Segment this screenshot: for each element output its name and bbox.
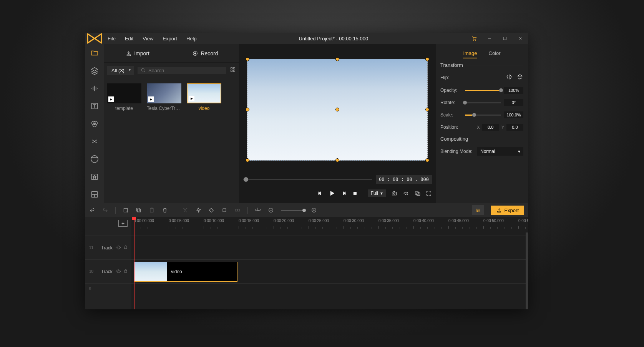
timeline-clip[interactable]: video (134, 262, 237, 282)
undo-button[interactable] (89, 207, 95, 213)
opacity-slider[interactable] (465, 90, 501, 91)
copy-button[interactable] (136, 207, 142, 213)
redo-button[interactable] (102, 207, 108, 213)
media-search[interactable] (138, 67, 226, 74)
zoom-slider[interactable] (281, 210, 304, 211)
svg-rect-28 (238, 209, 240, 211)
menu-view[interactable]: View (139, 34, 157, 43)
media-panel: Import Record All (3) ▶ (104, 44, 239, 203)
sidebar-layers[interactable] (85, 62, 104, 80)
sidebar-split[interactable] (85, 186, 104, 203)
track-header-11[interactable]: 11 Track (85, 236, 131, 259)
play-badge-icon: ▶ (189, 96, 194, 101)
menu-file[interactable]: File (104, 34, 120, 43)
pos-x-input[interactable]: 0.0 (482, 124, 499, 131)
export-button[interactable]: Export (491, 206, 524, 215)
pos-y-input[interactable]: 0.0 (506, 124, 523, 131)
export-options-button[interactable] (472, 205, 484, 215)
media-item-tesla[interactable]: ▶ Tesla CyberTruc... (147, 83, 181, 111)
play-button[interactable] (329, 190, 335, 197)
select-tool[interactable] (123, 207, 129, 213)
next-frame-button[interactable] (341, 190, 347, 196)
record-tab[interactable]: Record (171, 44, 239, 62)
ruler-timestamp: 0:00:00.000 (134, 219, 154, 223)
zoom-out-button[interactable] (268, 207, 274, 213)
scale-value[interactable]: 100.0% (504, 111, 523, 118)
detach-button[interactable] (414, 190, 420, 196)
view-grid-icon[interactable] (230, 66, 236, 74)
quality-dropdown[interactable]: Full▾ (368, 189, 386, 197)
media-item-video[interactable]: ▶ video (187, 83, 221, 111)
split-button[interactable] (182, 207, 188, 213)
timecode-display: 00 : 00 : 00 . 000 (376, 175, 432, 184)
media-filter-dropdown[interactable]: All (3) (107, 66, 134, 75)
sidebar-favorites[interactable] (85, 168, 104, 186)
volume-button[interactable] (403, 190, 409, 196)
preview-canvas[interactable] (247, 59, 428, 161)
sidebar-text[interactable] (85, 97, 104, 115)
media-item-template[interactable]: ▶ template (107, 83, 141, 111)
minimize-button[interactable] (482, 33, 497, 44)
prev-frame-button[interactable] (317, 190, 323, 196)
tab-image[interactable]: Image (463, 49, 477, 58)
zoom-in-button[interactable] (311, 207, 317, 213)
cart-icon[interactable] (466, 33, 482, 44)
ruler-timestamp: 0:00:20.000 (274, 219, 294, 223)
sidebar-audio[interactable] (85, 80, 104, 97)
svg-rect-27 (236, 209, 237, 211)
stop-button[interactable] (352, 191, 358, 196)
fullscreen-button[interactable] (426, 190, 432, 196)
timeline-scrollbar[interactable] (526, 232, 528, 309)
svg-point-0 (473, 40, 474, 40)
rotate-value[interactable]: 0° (504, 99, 523, 106)
scale-slider[interactable] (465, 115, 501, 116)
tab-color[interactable]: Color (489, 49, 501, 58)
import-tab[interactable]: Import (104, 44, 171, 62)
keyframe-button[interactable] (208, 207, 214, 213)
lock-icon[interactable] (123, 245, 128, 251)
paste-button[interactable] (149, 207, 155, 213)
lock-icon[interactable] (123, 269, 128, 275)
visibility-icon[interactable] (116, 269, 121, 275)
ruler-timestamp: 0:00:15.000 (239, 219, 259, 223)
media-search-input[interactable] (148, 68, 223, 73)
timeline-body[interactable]: 0:00:00.0000:00:05.0000:00:10.0000:00:15… (131, 217, 528, 309)
delete-button[interactable] (162, 207, 168, 213)
blend-label: Blending Mode: (440, 149, 474, 154)
rotate-slider[interactable] (465, 102, 501, 103)
transform-section-title: Transform (440, 62, 523, 68)
flip-vertical-button[interactable] (516, 73, 523, 81)
compositing-section-title: Compositing (440, 136, 523, 142)
flip-horizontal-button[interactable] (506, 73, 513, 81)
snap-button[interactable] (255, 207, 261, 213)
menu-help[interactable]: Help (183, 34, 201, 43)
group-button[interactable] (234, 207, 241, 213)
track-header-9[interactable]: 9 (85, 283, 131, 294)
add-track-button[interactable]: + (118, 220, 128, 227)
snapshot-button[interactable] (391, 190, 397, 196)
playhead[interactable] (134, 217, 134, 309)
menu-export[interactable]: Export (159, 34, 181, 43)
track-header-10[interactable]: 10 Track (85, 259, 131, 283)
preview-panel: 00 : 00 : 00 . 000 Full▾ (239, 44, 436, 203)
track-lane-11[interactable] (131, 236, 528, 259)
track-lane-9[interactable] (131, 283, 528, 294)
maximize-button[interactable] (497, 33, 513, 44)
timeline-ruler[interactable]: 0:00:00.0000:00:05.0000:00:10.0000:00:15… (131, 217, 528, 229)
svg-point-11 (141, 68, 144, 71)
menu-edit[interactable]: Edit (121, 34, 137, 43)
opacity-value[interactable]: 100% (504, 87, 523, 94)
sidebar-media[interactable] (85, 44, 104, 62)
close-button[interactable] (513, 33, 528, 44)
visibility-icon[interactable] (116, 245, 121, 251)
app-window: File Edit View Export Help Untitled Proj… (85, 33, 528, 309)
sidebar-filters[interactable] (85, 115, 104, 133)
sidebar-effects[interactable] (85, 150, 104, 168)
blend-mode-dropdown[interactable]: Normal▾ (477, 147, 523, 156)
crop-button[interactable] (221, 207, 227, 213)
seek-bar[interactable] (243, 179, 372, 180)
ruler-timestamp: 0:00:25.000 (309, 219, 329, 223)
track-lane-10[interactable]: video (131, 259, 528, 283)
sidebar-transitions[interactable] (85, 133, 104, 150)
speed-button[interactable] (195, 207, 201, 213)
